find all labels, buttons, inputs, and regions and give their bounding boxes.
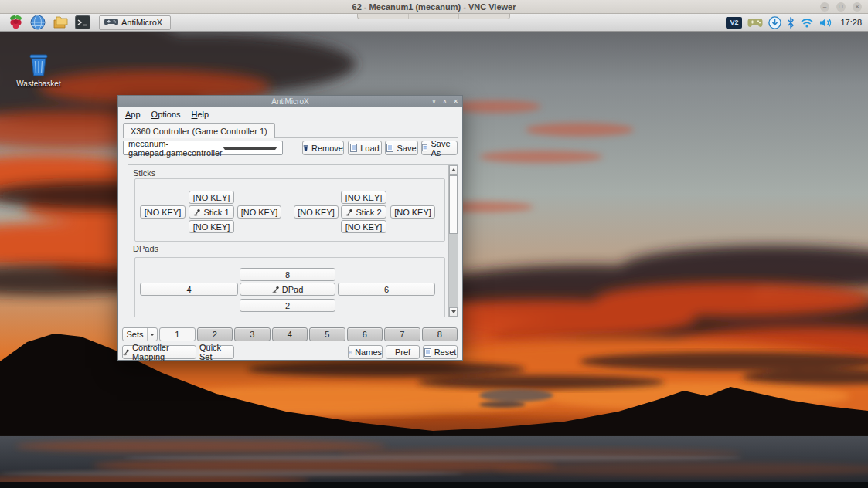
close-button[interactable]: ×: [853, 2, 862, 12]
load-label: Load: [360, 144, 379, 153]
raspberry-icon: [9, 15, 23, 30]
document-icon: [350, 144, 357, 152]
dpad-down-button[interactable]: 2: [240, 299, 335, 312]
browser-launcher[interactable]: [29, 15, 47, 31]
stick1-label: Stick 1: [203, 208, 229, 217]
stick2-left-button[interactable]: [NO KEY]: [294, 205, 339, 219]
sets-dropdown[interactable]: [147, 328, 157, 341]
stick1-left-button[interactable]: [NO KEY]: [140, 205, 186, 219]
list-icon: [349, 349, 352, 356]
save-button[interactable]: Save: [385, 141, 418, 155]
document-icon: [424, 348, 431, 357]
volume-icon[interactable]: [819, 18, 832, 28]
profile-select-value: mecanum-gamepad.gamecontroller: [128, 139, 223, 158]
set-1-button[interactable]: 1: [159, 327, 196, 341]
dpad-up-button[interactable]: 8: [240, 268, 335, 281]
reset-button[interactable]: Reset: [423, 345, 458, 359]
load-button[interactable]: Load: [348, 141, 382, 155]
menu-help[interactable]: Help: [186, 108, 215, 120]
menubar: App Options Help: [120, 107, 214, 121]
taskbar-item-antimicrox[interactable]: AntiMicroX: [99, 15, 171, 30]
chevron-down-icon: [150, 334, 155, 336]
controller-mapping-label: Controller Mapping: [132, 343, 196, 361]
stick2-right-button[interactable]: [NO KEY]: [390, 205, 435, 219]
terminal-icon: [75, 15, 90, 29]
document-icon: [386, 144, 393, 152]
set-5-button[interactable]: 5: [309, 327, 345, 341]
maximize-button[interactable]: ∧: [442, 96, 447, 107]
app-window-title: AntiMicroX: [271, 97, 308, 106]
dpad-label: DPad: [282, 285, 304, 294]
triangle-down-icon: [451, 310, 456, 313]
menu-app[interactable]: App: [120, 108, 146, 120]
wifi-icon[interactable]: [800, 18, 814, 28]
dpad-button[interactable]: DPad: [240, 283, 335, 296]
pref-button[interactable]: Pref: [386, 345, 420, 359]
vnc-tray-icon[interactable]: V2: [726, 17, 742, 29]
bluetooth-icon[interactable]: [787, 17, 795, 29]
shade-button[interactable]: ∨: [432, 96, 437, 107]
stick1-down-button[interactable]: [NO KEY]: [189, 220, 234, 233]
sets-label: Sets: [123, 328, 147, 341]
joystick-icon: [193, 208, 200, 216]
dpad-left-button[interactable]: 4: [140, 283, 238, 296]
set-4-button[interactable]: 4: [272, 327, 308, 341]
updates-tray-icon[interactable]: [768, 16, 781, 29]
vnc-window-title: 62 - Mecanum1 (mecanum) - VNC Viewer: [352, 2, 516, 12]
set-2-button[interactable]: 2: [197, 327, 233, 341]
stick2-button[interactable]: Stick 2: [341, 205, 386, 219]
terminal-launcher[interactable]: [73, 15, 92, 31]
sticks-group-label: Sticks: [133, 168, 155, 178]
set-7-button[interactable]: 7: [384, 327, 420, 341]
document-icon: [422, 144, 427, 152]
stick1-button[interactable]: Stick 1: [189, 205, 234, 219]
vertical-scrollbar[interactable]: [448, 165, 458, 317]
stick2-down-button[interactable]: [NO KEY]: [341, 220, 386, 233]
gamepad-tray-icon[interactable]: [747, 18, 763, 28]
remove-button[interactable]: Remove: [302, 141, 344, 155]
globe-icon: [30, 15, 46, 30]
names-label: Names: [355, 347, 382, 357]
stick2-label: Stick 2: [356, 208, 381, 217]
vnc-toolbar-tab[interactable]: [357, 14, 510, 19]
triangle-up-icon: [451, 168, 456, 171]
joystick-icon: [123, 348, 129, 356]
sets-menu-button[interactable]: Sets: [122, 327, 158, 341]
scroll-up-button[interactable]: [449, 165, 458, 175]
save-as-button[interactable]: Save As: [421, 141, 458, 155]
save-label: Save: [397, 144, 416, 153]
dpads-group-label: DPads: [133, 244, 158, 253]
trash-icon: [303, 144, 308, 152]
stick1-right-button[interactable]: [NO KEY]: [237, 205, 281, 219]
minimize-button[interactable]: –: [820, 2, 829, 12]
wastebasket-desktop-icon[interactable]: Wastebasket: [11, 53, 66, 88]
folders-icon: [53, 15, 69, 29]
reset-label: Reset: [434, 347, 457, 357]
taskbar-item-label: AntiMicroX: [121, 18, 162, 27]
controller-mapping-button[interactable]: Controller Mapping: [122, 345, 196, 359]
menu-launcher[interactable]: [6, 15, 25, 31]
joystick-icon: [345, 208, 352, 216]
stick1-up-button[interactable]: [NO KEY]: [189, 191, 234, 204]
stick2-up-button[interactable]: [NO KEY]: [341, 191, 386, 204]
dpad-right-button[interactable]: 6: [338, 283, 435, 296]
set-8-button[interactable]: 8: [422, 327, 458, 341]
set-6-button[interactable]: 6: [347, 327, 383, 341]
menu-options[interactable]: Options: [146, 108, 186, 120]
vnc-viewer-titlebar: 62 - Mecanum1 (mecanum) - VNC Viewer – □…: [0, 0, 868, 14]
controller-scroll-area: Sticks [NO KEY] [NO KEY] Stick 1 [NO KEY…: [128, 164, 458, 317]
names-button[interactable]: Names: [348, 345, 383, 359]
close-button[interactable]: ✕: [453, 96, 458, 107]
profile-select[interactable]: mecanum-gamepad.gamecontroller: [123, 141, 283, 155]
system-tray: V2 17:28: [726, 16, 862, 29]
scroll-down-button[interactable]: [449, 307, 458, 317]
file-manager-launcher[interactable]: [51, 15, 70, 31]
app-window-titlebar[interactable]: AntiMicroX ∨ ∧ ✕: [118, 96, 462, 107]
gamepad-icon: [104, 18, 118, 27]
tab-controller[interactable]: X360 Controller (Game Controller 1): [123, 123, 275, 138]
bottom-toolbar: Controller Mapping Quick Set Names Pref …: [118, 345, 462, 359]
quick-set-button[interactable]: Quick Set: [199, 345, 234, 359]
set-3-button[interactable]: 3: [234, 327, 271, 341]
maximize-button[interactable]: □: [836, 2, 846, 12]
scrollbar-thumb[interactable]: [449, 175, 458, 234]
